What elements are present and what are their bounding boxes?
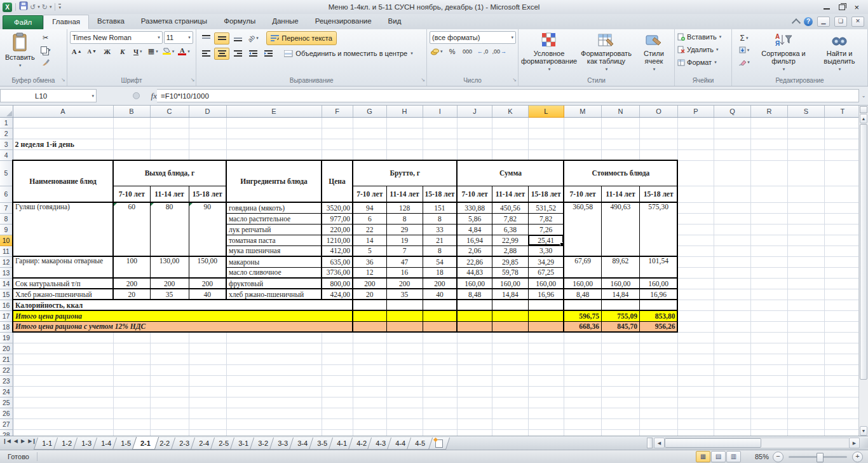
cell-J2[interactable] xyxy=(457,128,492,139)
cell-B7[interactable]: 60 xyxy=(113,202,150,256)
cell-E5[interactable]: Ингредиенты блюда xyxy=(226,160,322,202)
cell-T13[interactable] xyxy=(824,267,860,278)
cell-N26[interactable] xyxy=(601,408,639,418)
col-header-G[interactable]: G xyxy=(353,106,386,117)
cell-I21[interactable] xyxy=(423,354,457,364)
cell-B5[interactable]: Выход блюда, г xyxy=(113,160,226,186)
formula-input[interactable]: =F10*I10/1000 xyxy=(157,89,859,102)
cell-H25[interactable] xyxy=(386,397,423,408)
cell-M25[interactable] xyxy=(564,397,601,408)
fx-icon[interactable]: fx xyxy=(151,91,157,101)
cell-F10[interactable]: 1210,00 xyxy=(322,235,353,245)
cell-I20[interactable] xyxy=(423,343,457,354)
cell-D4[interactable] xyxy=(189,149,226,160)
cell-A17[interactable]: Итого цена рациона xyxy=(13,310,353,321)
first-sheet-icon[interactable]: ❙◀ xyxy=(3,438,11,444)
cell-F25[interactable] xyxy=(322,397,353,408)
number-format-select[interactable]: (все форматы)▾ xyxy=(430,31,516,44)
cell-T20[interactable] xyxy=(824,343,860,354)
cell-T22[interactable] xyxy=(824,364,860,375)
excel-logo-icon[interactable]: X xyxy=(3,3,12,12)
window-minimize-small-button[interactable]: ▁ xyxy=(817,17,830,27)
col-header-B[interactable]: B xyxy=(113,106,150,117)
cell-M22[interactable] xyxy=(564,364,601,375)
cell-K1[interactable] xyxy=(492,117,528,128)
cell-N19[interactable] xyxy=(601,332,639,343)
cell-A21[interactable] xyxy=(13,354,113,364)
cell-J26[interactable] xyxy=(457,408,492,418)
cell-K2[interactable] xyxy=(492,128,528,139)
cell-M3[interactable] xyxy=(564,139,601,149)
cell-C3[interactable] xyxy=(150,139,189,149)
cell-I22[interactable] xyxy=(423,364,457,375)
cell-M26[interactable] xyxy=(564,408,601,418)
cell-O28[interactable] xyxy=(639,429,677,436)
row-header-1[interactable]: 1 xyxy=(0,117,13,128)
row-header-27[interactable]: 27 xyxy=(0,418,13,429)
underline-button[interactable]: Ч▾ xyxy=(131,46,145,57)
cell-L9[interactable]: 7,26 xyxy=(528,224,564,235)
cell-K8[interactable]: 7,82 xyxy=(492,213,528,224)
cell-M7[interactable]: 360,58 xyxy=(564,202,601,256)
col-header-Q[interactable]: Q xyxy=(714,106,750,117)
cell-C12[interactable]: 130,00 xyxy=(150,256,189,278)
cell-I1[interactable] xyxy=(423,117,457,128)
cell-N7[interactable]: 490,63 xyxy=(601,202,639,256)
cell-Q18[interactable] xyxy=(714,321,750,332)
cell-A24[interactable] xyxy=(13,386,113,397)
col-header-O[interactable]: O xyxy=(639,106,677,117)
cell-D3[interactable] xyxy=(189,139,226,149)
cell-C25[interactable] xyxy=(150,397,189,408)
cell-C4[interactable] xyxy=(150,149,189,160)
cell-F2[interactable] xyxy=(322,128,353,139)
col-header-H[interactable]: H xyxy=(386,106,423,117)
cell-Q1[interactable] xyxy=(714,117,750,128)
col-header-I[interactable]: I xyxy=(423,106,457,117)
formula-bar-handle[interactable] xyxy=(133,92,140,99)
cell-P14[interactable] xyxy=(677,278,714,289)
cell-N27[interactable] xyxy=(601,418,639,429)
cell-K21[interactable] xyxy=(492,354,528,364)
cell-I18[interactable] xyxy=(423,321,457,332)
col-header-L[interactable]: L xyxy=(528,106,564,117)
italic-button[interactable]: К xyxy=(116,46,130,57)
cell-B21[interactable] xyxy=(113,354,150,364)
cell-G14[interactable]: 200 xyxy=(353,278,386,289)
cell-H10[interactable]: 19 xyxy=(386,235,423,245)
cell-D14[interactable]: 200 xyxy=(189,278,226,289)
cell-A23[interactable] xyxy=(13,375,113,386)
cell-O22[interactable] xyxy=(639,364,677,375)
cell-H14[interactable]: 200 xyxy=(386,278,423,289)
cell-S10[interactable] xyxy=(787,235,824,245)
decrease-font-button[interactable]: А▼ xyxy=(85,46,99,57)
cell-P23[interactable] xyxy=(677,375,714,386)
cell-A7[interactable]: Гуляш (говядина) xyxy=(13,202,113,256)
cell-H3[interactable] xyxy=(386,139,423,149)
cell-I6[interactable]: 15-18 лет xyxy=(423,186,457,202)
cell-L15[interactable]: 16,96 xyxy=(528,289,564,300)
cell-O3[interactable] xyxy=(639,139,677,149)
cell-I28[interactable] xyxy=(423,429,457,436)
cell-H24[interactable] xyxy=(386,386,423,397)
cell-M6[interactable]: 7-10 лет xyxy=(564,186,601,202)
align-bottom-button[interactable] xyxy=(231,33,245,44)
cell-O4[interactable] xyxy=(639,149,677,160)
cell-S7[interactable] xyxy=(787,202,824,213)
cell-P21[interactable] xyxy=(677,354,714,364)
cell-F8[interactable]: 977,00 xyxy=(322,213,353,224)
cell-M14[interactable]: 160,00 xyxy=(564,278,601,289)
cell-F12[interactable]: 635,00 xyxy=(322,256,353,267)
cell-Q20[interactable] xyxy=(714,343,750,354)
cell-L23[interactable] xyxy=(528,375,564,386)
col-header-D[interactable]: D xyxy=(189,106,226,117)
dialog-launcher-icon[interactable]: ↘ xyxy=(512,78,517,83)
cell-T7[interactable] xyxy=(824,202,860,213)
cell-Q28[interactable] xyxy=(714,429,750,436)
cell-D7[interactable]: 90 xyxy=(189,202,226,256)
cell-L22[interactable] xyxy=(528,364,564,375)
cell-K18[interactable] xyxy=(492,321,528,332)
cell-M21[interactable] xyxy=(564,354,601,364)
cell-E22[interactable] xyxy=(226,364,322,375)
row-header-19[interactable]: 19 xyxy=(0,332,13,343)
cell-D21[interactable] xyxy=(189,354,226,364)
